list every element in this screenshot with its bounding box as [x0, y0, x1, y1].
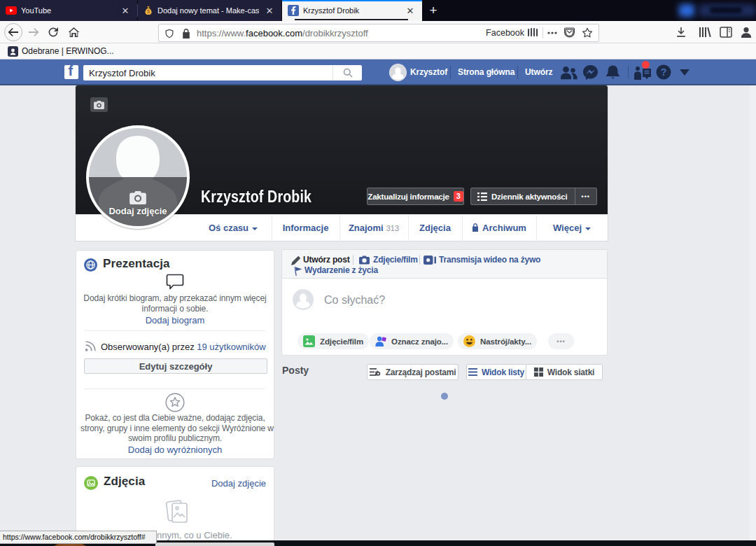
friend-requests-icon[interactable] — [559, 65, 578, 80]
activity-log-button[interactable]: Dziennik aktywności ••• — [470, 188, 597, 205]
posts-section-title: Posty — [282, 365, 309, 376]
caret-down-icon — [585, 227, 591, 230]
followers-icon — [85, 341, 96, 351]
tab-friends[interactable]: Znajomi313 — [340, 215, 408, 241]
more-options-button[interactable]: ••• — [575, 193, 596, 200]
bookmark-favicon — [8, 46, 18, 57]
facebook-logo[interactable]: f — [64, 65, 78, 79]
tab-more[interactable]: Więcej — [536, 215, 608, 241]
tag-friend-icon — [375, 335, 386, 347]
search-button[interactable] — [332, 65, 362, 80]
grid-view-button[interactable]: Widok siatki — [526, 364, 603, 380]
profile-picture[interactable]: Dodaj zdjęcie — [86, 125, 190, 229]
bookmark-star-icon[interactable] — [582, 27, 593, 38]
profile-avatar[interactable] — [389, 64, 407, 81]
tab-archive[interactable]: Archiwum — [462, 215, 536, 241]
downloads-icon[interactable] — [676, 27, 687, 38]
tab-label: Oś czasu — [209, 223, 248, 233]
pill-tag-friends[interactable]: Oznacz znajo... — [370, 333, 454, 349]
svg-text:?: ? — [661, 66, 667, 78]
tab-timeline[interactable]: Oś czasu — [195, 215, 272, 241]
sidebar-icon[interactable] — [720, 27, 732, 38]
update-info-label: Zaktualizuj informacje — [368, 192, 449, 201]
quick-help-icon[interactable]: ? — [656, 64, 671, 80]
tab-makecash[interactable]: Dodaj nowy temat - Make-cash ✕ — [138, 0, 281, 21]
reload-icon[interactable] — [48, 27, 59, 38]
lock-icon — [472, 223, 479, 232]
list-view-button[interactable]: Widok listy — [466, 364, 526, 380]
search-icon — [343, 68, 353, 78]
active-tab-stripe — [282, 0, 422, 1]
followers-link[interactable]: 19 użytkowników — [197, 342, 265, 352]
shield-icon[interactable] — [164, 29, 174, 38]
browser-tab-bar: YouTube ✕ Dodaj nowy temat - Make-cash ✕… — [0, 0, 756, 21]
composer-tab-photo-video[interactable]: Zdjęcie/film — [373, 255, 418, 265]
home-icon[interactable] — [68, 27, 80, 38]
camera-icon — [359, 255, 370, 265]
manage-posts-button[interactable]: Zarządzaj postami — [367, 364, 458, 380]
facebook-search[interactable]: Krzysztof Drobik — [83, 65, 362, 80]
tab-label: Znajomi — [349, 223, 384, 233]
url-text: https://www.facebook.com/drobikkrzysztof… — [197, 28, 368, 38]
followers-row: Obserwowany(a) przez 19 użytkowników — [101, 342, 266, 352]
back-icon[interactable] — [8, 27, 19, 37]
nav-create-link[interactable]: Utwórz — [525, 59, 552, 85]
pill-label: Nastrój/akty... — [480, 337, 531, 346]
text-line: Dodaj krótki biogram, aby przekazać inny… — [83, 293, 267, 304]
lock-icon[interactable] — [182, 29, 190, 38]
tab-label: Archiwum — [482, 223, 526, 233]
pill-mood-activity[interactable]: Nastrój/akty... — [458, 333, 537, 349]
tab-close-icon[interactable]: ✕ — [263, 6, 276, 16]
tab-youtube[interactable]: YouTube ✕ — [0, 0, 137, 21]
tab-title: YouTube — [21, 6, 115, 15]
search-input[interactable]: Krzysztof Drobik — [89, 68, 155, 78]
update-info-button[interactable]: Zaktualizuj informacje 3 — [367, 188, 464, 205]
photos-title: Zdjęcia — [104, 475, 145, 489]
new-tab-button[interactable]: + — [424, 2, 442, 19]
facebook-logo-letter: f — [69, 65, 74, 79]
composer-tab-create-post[interactable]: Utwórz post — [303, 255, 349, 265]
add-featured-link[interactable]: Dodaj do wyróżnionych — [76, 444, 274, 455]
url-bar[interactable]: https://www.facebook.com/drobikkrzysztof… — [158, 24, 599, 42]
nav-home-link[interactable]: Strona główna — [458, 59, 514, 85]
composer-input[interactable]: Co słychać? — [324, 294, 385, 307]
tab-close-icon[interactable]: ✕ — [404, 6, 416, 16]
url-scheme: https://www. — [197, 28, 246, 38]
page-actions-icon[interactable] — [547, 31, 557, 34]
url-domain: facebook.com — [246, 28, 302, 38]
add-photo-link[interactable]: Dodaj zdjęcie — [211, 478, 266, 489]
composer-tab-live-video[interactable]: Transmisja wideo na żywo — [439, 255, 540, 265]
activity-log-icon — [477, 192, 487, 201]
pocket-icon[interactable] — [564, 27, 575, 38]
account-menu-caret[interactable] — [680, 69, 690, 76]
pill-photo-video[interactable]: Zdjęcie/film — [298, 333, 369, 349]
tab-photos[interactable]: Zdjęcia — [408, 215, 462, 241]
pill-label: Oznacz znajo... — [391, 337, 448, 346]
photo-pill-icon — [303, 335, 315, 347]
scrollbar-track[interactable] — [750, 85, 756, 540]
intro-icon — [84, 258, 97, 272]
nav-separator — [628, 66, 629, 79]
caret-down-icon — [252, 227, 258, 230]
messenger-icon[interactable] — [582, 64, 598, 80]
bookmark-item[interactable]: Odebrane | ERWINOG... — [22, 46, 114, 56]
library-icon[interactable] — [699, 27, 711, 38]
add-cover-photo-button[interactable] — [90, 97, 108, 112]
add-bio-link[interactable]: Dodaj biogram — [76, 315, 274, 326]
button-label: Zarządzaj postami — [386, 368, 456, 377]
tab-about[interactable]: Informacje — [272, 215, 340, 241]
notifications-icon[interactable] — [605, 64, 621, 80]
forward-icon[interactable] — [28, 27, 39, 37]
photos-icon — [84, 476, 98, 490]
tab-close-icon[interactable]: ✕ — [119, 6, 132, 16]
activity-log-label: Dziennik aktywności — [491, 192, 568, 201]
composer-tab-life-event[interactable]: Wydarzenie z życia — [304, 265, 378, 275]
nav-profile-link[interactable]: Krzysztof — [410, 59, 447, 85]
tab-facebook-active[interactable]: Krzysztof Drobik ✕ — [282, 0, 422, 21]
account-icon[interactable] — [740, 26, 752, 38]
notification-red-badge — [642, 61, 650, 69]
edit-details-button[interactable]: Edytuj szczegóły — [84, 358, 267, 374]
pill-more-options[interactable]: ••• — [548, 333, 574, 349]
moneybag-favicon — [144, 6, 153, 15]
tab-label: Informacje — [283, 223, 329, 233]
